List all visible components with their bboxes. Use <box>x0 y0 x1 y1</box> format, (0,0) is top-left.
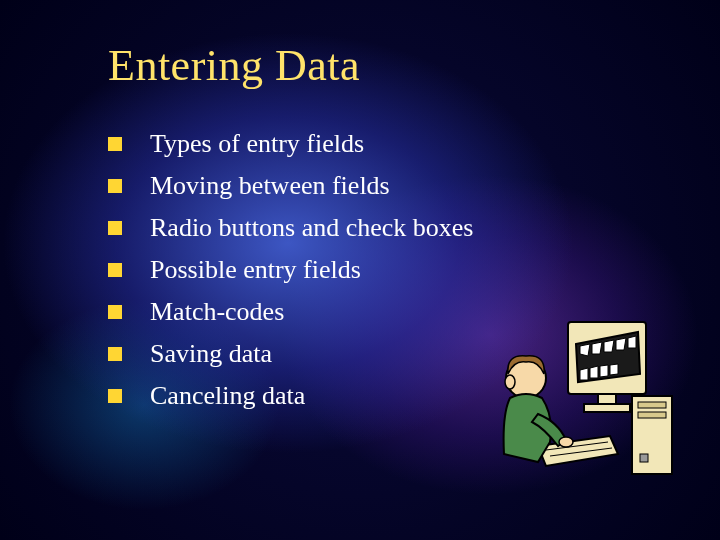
bullet-square-icon <box>108 179 122 193</box>
bullet-square-icon <box>108 137 122 151</box>
bullet-square-icon <box>108 221 122 235</box>
list-item: Radio buttons and check boxes <box>108 213 720 243</box>
bullet-square-icon <box>108 263 122 277</box>
list-item-label: Moving between fields <box>150 171 390 201</box>
person-at-computer-clipart <box>480 304 680 494</box>
bullet-square-icon <box>108 305 122 319</box>
list-item: Possible entry fields <box>108 255 720 285</box>
list-item: Moving between fields <box>108 171 720 201</box>
svg-point-10 <box>505 375 515 389</box>
svg-rect-6 <box>584 404 630 412</box>
slide-title: Entering Data <box>108 40 720 91</box>
svg-rect-5 <box>598 394 616 404</box>
list-item-label: Possible entry fields <box>150 255 361 285</box>
list-item-label: Types of entry fields <box>150 129 364 159</box>
bullet-square-icon <box>108 389 122 403</box>
list-item-label: Match-codes <box>150 297 284 327</box>
svg-rect-2 <box>638 412 666 418</box>
list-item-label: Saving data <box>150 339 272 369</box>
slide: Entering Data Types of entry fields Movi… <box>0 0 720 540</box>
svg-rect-1 <box>638 402 666 408</box>
bullet-square-icon <box>108 347 122 361</box>
list-item: Types of entry fields <box>108 129 720 159</box>
svg-rect-3 <box>640 454 648 462</box>
svg-point-11 <box>559 437 573 447</box>
list-item-label: Radio buttons and check boxes <box>150 213 474 243</box>
list-item-label: Canceling data <box>150 381 305 411</box>
